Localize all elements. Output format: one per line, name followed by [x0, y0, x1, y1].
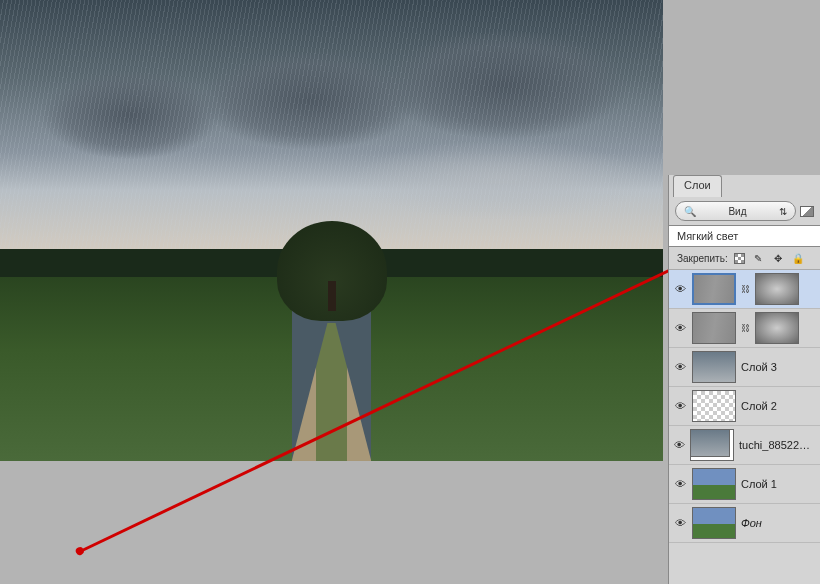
lock-row: Закрепить: ✎ ✥ 🔒 [669, 247, 820, 270]
field-left [0, 277, 292, 461]
layer-thumbnail[interactable] [692, 390, 736, 422]
layer-name[interactable]: Слой 1 [741, 478, 777, 490]
blend-mode-label: Мягкий свет [677, 230, 738, 242]
road [292, 323, 372, 461]
field-right [371, 277, 663, 461]
rain-overlay [0, 0, 663, 254]
layer-row[interactable]: 👁Фон [669, 504, 820, 543]
arrow-tail [74, 546, 85, 557]
lock-move-icon[interactable]: ✥ [771, 251, 785, 265]
visibility-eye-icon[interactable]: 👁 [673, 516, 687, 530]
chevron-updown-icon: ⇅ [779, 206, 787, 217]
filter-type-select[interactable]: 🔍 Вид ⇅ [675, 201, 796, 221]
layer-row[interactable]: 👁⛓ [669, 270, 820, 309]
lock-brush-icon[interactable]: ✎ [751, 251, 765, 265]
filter-row: 🔍 Вид ⇅ [669, 197, 820, 225]
visibility-eye-icon[interactable]: 👁 [673, 438, 685, 452]
layer-name[interactable]: Слой 3 [741, 361, 777, 373]
lock-all-icon[interactable]: 🔒 [791, 251, 805, 265]
panel-tabs: Слои [669, 175, 820, 197]
tree-trunk [328, 281, 336, 311]
filter-pixel-icon[interactable] [800, 206, 814, 217]
layer-row[interactable]: 👁⛓ [669, 309, 820, 348]
layer-thumbnail[interactable] [692, 507, 736, 539]
layer-thumbnail[interactable] [692, 351, 736, 383]
lock-transparency-icon[interactable] [734, 253, 745, 264]
layers-panel: Слои 🔍 Вид ⇅ Мягкий свет Закрепить: ✎ ✥ … [668, 175, 820, 584]
layer-name[interactable]: Слой 2 [741, 400, 777, 412]
layer-row[interactable]: 👁tuchi_88522166… [669, 426, 820, 465]
visibility-eye-icon[interactable]: 👁 [673, 399, 687, 413]
layer-thumbnail[interactable] [692, 312, 736, 344]
visibility-eye-icon[interactable]: 👁 [673, 360, 687, 374]
canvas-image [0, 0, 663, 461]
link-icon[interactable]: ⛓ [741, 323, 750, 333]
layer-name[interactable]: tuchi_88522166… [739, 439, 816, 451]
mask-thumbnail[interactable] [755, 312, 799, 344]
filter-label: Вид [728, 206, 746, 217]
layer-thumbnail[interactable] [692, 273, 736, 305]
layer-row[interactable]: 👁Слой 1 [669, 465, 820, 504]
layer-name[interactable]: Фон [741, 517, 762, 529]
tab-layers[interactable]: Слои [673, 175, 722, 197]
layers-list: 👁⛓👁⛓👁Слой 3👁Слой 2👁tuchi_88522166…👁Слой … [669, 270, 820, 543]
mask-thumbnail[interactable] [755, 273, 799, 305]
lock-label: Закрепить: [677, 253, 728, 264]
search-icon: 🔍 [684, 206, 696, 217]
layer-thumbnail[interactable] [692, 468, 736, 500]
sky-region [0, 0, 663, 254]
visibility-eye-icon[interactable]: 👁 [673, 477, 687, 491]
layer-row[interactable]: 👁Слой 3 [669, 348, 820, 387]
link-icon[interactable]: ⛓ [741, 284, 750, 294]
visibility-eye-icon[interactable]: 👁 [673, 282, 687, 296]
visibility-eye-icon[interactable]: 👁 [673, 321, 687, 335]
layer-row[interactable]: 👁Слой 2 [669, 387, 820, 426]
layer-thumbnail[interactable] [690, 429, 734, 461]
blend-mode-select[interactable]: Мягкий свет [669, 225, 820, 247]
